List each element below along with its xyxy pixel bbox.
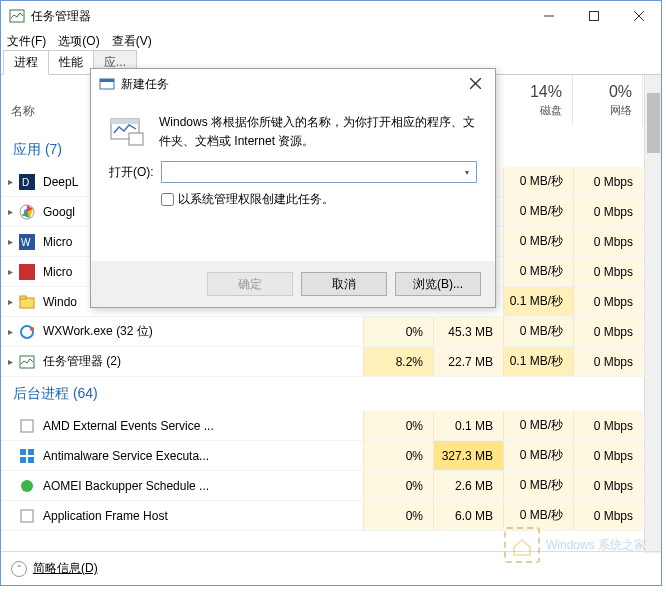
footer: ˄ 简略信息(D)	[1, 551, 661, 585]
cell-net: 0 Mbps	[573, 441, 643, 470]
cell-net: 0 Mbps	[573, 167, 643, 196]
open-input[interactable]	[162, 162, 458, 182]
cell-disk: 0 MB/秒	[503, 317, 573, 346]
process-row[interactable]: Antimalware Service Executa... 0% 327.3 …	[1, 441, 643, 471]
svg-rect-18	[20, 449, 26, 455]
open-label: 打开(O):	[109, 164, 161, 181]
dialog-open-row: 打开(O): ▾	[91, 151, 495, 183]
dialog-close-button[interactable]	[455, 76, 495, 92]
svg-rect-16	[20, 356, 34, 368]
new-task-dialog: 新建任务 Windows 将根据你所键入的名称，为你打开相应的程序、文件夹、文档…	[90, 68, 496, 308]
menu-file[interactable]: 文件(F)	[7, 33, 46, 50]
dialog-titlebar: 新建任务	[91, 69, 495, 99]
ok-button[interactable]: 确定	[207, 272, 293, 296]
cell-net: 0 Mbps	[573, 197, 643, 226]
cell-net: 0 Mbps	[573, 257, 643, 286]
svg-point-15	[30, 327, 34, 331]
process-name: 任务管理器 (2)	[41, 353, 363, 370]
svg-rect-30	[129, 133, 143, 145]
app-icon: D	[19, 174, 35, 190]
svg-rect-0	[10, 10, 24, 22]
cell-cpu: 0%	[363, 411, 433, 440]
admin-checkbox[interactable]	[161, 193, 174, 206]
admin-checkbox-row: 以系统管理权限创建此任务。	[91, 183, 495, 208]
chevron-right-icon[interactable]: ▸	[1, 206, 19, 217]
cell-mem: 0.1 MB	[433, 411, 503, 440]
wxwork-icon	[19, 324, 35, 340]
vertical-scrollbar[interactable]	[644, 75, 661, 553]
cell-net: 0 Mbps	[573, 411, 643, 440]
process-name: Application Frame Host	[41, 509, 363, 523]
maximize-button[interactable]	[571, 1, 616, 31]
admin-checkbox-label: 以系统管理权限创建此任务。	[178, 191, 334, 208]
process-row[interactable]: Application Frame Host 0% 6.0 MB 0 MB/秒 …	[1, 501, 643, 531]
process-row[interactable]: AOMEI Backupper Schedule ... 0% 2.6 MB 0…	[1, 471, 643, 501]
column-header-network[interactable]: 0% 网络	[573, 75, 643, 126]
chevron-right-icon[interactable]: ▸	[1, 326, 19, 337]
word-icon: W	[19, 234, 35, 250]
cell-disk: 0 MB/秒	[503, 167, 573, 196]
svg-rect-21	[28, 457, 34, 463]
dialog-button-row: 确定 取消 浏览(B)...	[91, 261, 495, 307]
svg-rect-2	[589, 12, 598, 21]
menu-options[interactable]: 选项(O)	[58, 33, 99, 50]
dialog-description: Windows 将根据你所键入的名称，为你打开相应的程序、文件夹、文档或 Int…	[159, 113, 477, 151]
svg-rect-13	[20, 296, 26, 299]
dialog-title: 新建任务	[121, 76, 455, 93]
brief-info-link[interactable]: 简略信息(D)	[33, 560, 98, 577]
process-row[interactable]: ▸ 任务管理器 (2) 8.2% 22.7 MB 0.1 MB/秒 0 Mbps	[1, 347, 643, 377]
net-label: 网络	[573, 103, 632, 118]
chevron-right-icon[interactable]: ▸	[1, 296, 19, 307]
process-row[interactable]: AMD External Events Service ... 0% 0.1 M…	[1, 411, 643, 441]
cell-disk: 0 MB/秒	[503, 471, 573, 500]
group-background[interactable]: 后台进程 (64)	[1, 377, 643, 411]
column-header-name[interactable]: 名称	[11, 103, 35, 120]
chevron-right-icon[interactable]: ▸	[1, 266, 19, 277]
browse-button[interactable]: 浏览(B)...	[395, 272, 481, 296]
open-combobox[interactable]: ▾	[161, 161, 477, 183]
svg-rect-23	[21, 510, 33, 522]
process-name: AOMEI Backupper Schedule ...	[41, 479, 363, 493]
column-header-disk[interactable]: 14% 磁盘	[503, 75, 573, 126]
chevron-right-icon[interactable]: ▸	[1, 356, 19, 367]
dialog-body: Windows 将根据你所键入的名称，为你打开相应的程序、文件夹、文档或 Int…	[91, 99, 495, 151]
run-icon	[99, 76, 115, 92]
tab-processes[interactable]: 进程	[3, 50, 49, 75]
cell-cpu: 0%	[363, 441, 433, 470]
process-row[interactable]: ▸ WXWork.exe (32 位) 0% 45.3 MB 0 MB/秒 0 …	[1, 317, 643, 347]
tab-performance[interactable]: 性能	[48, 50, 94, 74]
column-headers-right: 14% 磁盘 0% 网络	[503, 75, 643, 126]
run-dialog-icon	[109, 113, 145, 149]
service-icon	[19, 508, 35, 524]
chevron-right-icon[interactable]: ▸	[1, 236, 19, 247]
cell-cpu: 0%	[363, 501, 433, 530]
cancel-button[interactable]: 取消	[301, 272, 387, 296]
close-button[interactable]	[616, 1, 661, 31]
chevron-down-icon[interactable]: ▾	[460, 164, 474, 180]
app-icon	[19, 264, 35, 280]
menu-view[interactable]: 查看(V)	[112, 33, 152, 50]
cell-net: 0 Mbps	[573, 227, 643, 256]
service-icon	[19, 478, 35, 494]
scroll-thumb[interactable]	[647, 93, 660, 153]
chevron-right-icon[interactable]: ▸	[1, 176, 19, 187]
process-name: WXWork.exe (32 位)	[41, 323, 363, 340]
cell-disk: 0 MB/秒	[503, 501, 573, 530]
svg-text:D: D	[22, 177, 29, 188]
taskmgr-icon	[19, 354, 35, 370]
chevron-up-icon[interactable]: ˄	[11, 561, 27, 577]
minimize-button[interactable]	[526, 1, 571, 31]
svg-rect-20	[20, 457, 26, 463]
cell-mem: 6.0 MB	[433, 501, 503, 530]
cell-net: 0 Mbps	[573, 287, 643, 316]
cell-cpu: 0%	[363, 471, 433, 500]
titlebar-title: 任务管理器	[31, 8, 526, 25]
process-name: Antimalware Service Executa...	[41, 449, 363, 463]
cell-mem: 2.6 MB	[433, 471, 503, 500]
svg-point-22	[21, 480, 33, 492]
cell-disk: 0 MB/秒	[503, 197, 573, 226]
svg-rect-29	[111, 119, 139, 124]
chrome-icon	[19, 204, 35, 220]
menubar: 文件(F) 选项(O) 查看(V)	[1, 31, 661, 51]
cell-net: 0 Mbps	[573, 501, 643, 530]
